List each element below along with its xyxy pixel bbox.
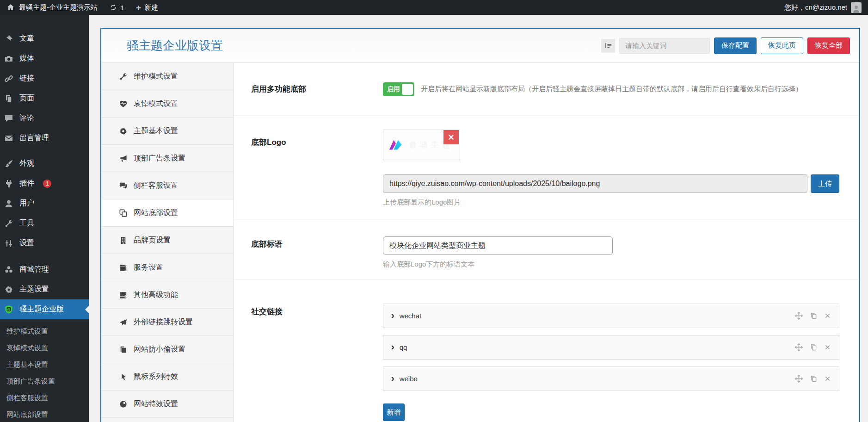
- plus-icon: +: [136, 3, 141, 12]
- form-row-footer-enable: 启用多功能底部 启用 开启后将在网站显示新版底部布局（开启后骚主题会直接屏蔽掉日…: [234, 63, 859, 116]
- restore-page-button[interactable]: 恢复此页: [761, 37, 803, 54]
- updates-icon: [110, 4, 117, 11]
- updates-menu[interactable]: 1: [110, 4, 124, 12]
- add-social-button[interactable]: 新增: [383, 403, 405, 421]
- sliders-icon: [4, 239, 13, 248]
- pages-icon: [4, 94, 13, 103]
- submenu-top-ad[interactable]: 顶部广告条设置: [0, 373, 89, 390]
- avatar[interactable]: [851, 2, 862, 13]
- comment-icon: [4, 114, 13, 123]
- user-icon: [4, 199, 13, 208]
- tab-side-service[interactable]: 侧栏客服设置: [101, 172, 234, 199]
- social-item-wechat[interactable]: › wechat: [383, 304, 839, 328]
- field-label: 底部标语: [234, 219, 383, 279]
- upload-button[interactable]: 上传: [811, 174, 839, 193]
- gear-icon: [4, 285, 13, 294]
- admin-bar: 最骚主题-企业主题演示站 1 + 新建 您好，cn@zizuo.net: [0, 0, 868, 15]
- panel-header: 骚主题企业版设置 保存配置 恢复此页 恢复全部: [101, 29, 859, 63]
- submenu-theme-basic[interactable]: 主题基本设置: [0, 356, 89, 373]
- tab-theme-basic[interactable]: 主题基本设置: [101, 118, 234, 145]
- field-label: 启用多功能底部: [234, 84, 383, 94]
- tab-maintenance[interactable]: 维护模式设置: [101, 63, 234, 90]
- save-config-button[interactable]: 保存配置: [714, 37, 757, 54]
- form-row-social-links: 社交链接 › wechat: [234, 280, 859, 422]
- sidebar-item-posts[interactable]: 文章: [0, 29, 89, 49]
- sidebar-item-pages[interactable]: 页面: [0, 88, 89, 108]
- submenu-side-service[interactable]: 侧栏客服设置: [0, 390, 89, 406]
- tab-mouse-effects[interactable]: 鼠标系列特效: [101, 363, 234, 391]
- field-label: 社交链接: [234, 280, 383, 422]
- field-helper: 上传底部显示的Logo图片: [383, 198, 839, 207]
- sidebar-item-shop[interactable]: 商城管理: [0, 260, 89, 279]
- sidebar-item-links[interactable]: 链接: [0, 68, 89, 88]
- social-item-weibo[interactable]: › weibo: [383, 366, 839, 391]
- user-greeting[interactable]: 您好，cn@zizuo.net: [784, 3, 847, 12]
- close-icon[interactable]: [824, 375, 831, 382]
- move-icon[interactable]: [794, 311, 803, 320]
- new-content-menu[interactable]: + 新建: [136, 3, 158, 12]
- server-icon: [119, 263, 128, 272]
- remove-logo-button[interactable]: [443, 130, 459, 144]
- tab-site-footer[interactable]: 网站底部设置: [101, 199, 234, 227]
- sidebar-item-theme-settings[interactable]: 主题设置: [0, 279, 89, 299]
- tab-brand-page[interactable]: 品牌页设置: [101, 227, 234, 254]
- sidebar-item-messages[interactable]: 留言管理: [0, 128, 89, 148]
- footer-icon: [119, 209, 128, 217]
- site-menu[interactable]: 最骚主题-企业主题演示站: [6, 3, 98, 12]
- logo-preview: 最骚主题: [383, 130, 460, 160]
- sidebar-item-users[interactable]: 用户: [0, 193, 89, 213]
- social-item-qq[interactable]: › qq: [383, 335, 839, 360]
- tab-content: 启用多功能底部 启用 开启后将在网站显示新版底部布局（开启后骚主题会直接屏蔽掉日…: [234, 63, 859, 422]
- building-icon: [119, 236, 128, 245]
- toggle-panels-button[interactable]: [601, 39, 615, 53]
- tab-advanced[interactable]: 其他高级功能: [101, 281, 234, 309]
- collapse-icon: [604, 42, 612, 50]
- field-description: 开启后将在网站显示新版底部布局（开启后骚主题会直接屏蔽掉日主题自带的默认底部，请…: [421, 85, 802, 93]
- field-label: 底部Logo: [234, 116, 383, 219]
- sidebar-item-plugins[interactable]: 插件 1: [0, 174, 89, 193]
- sidebar-item-appearance[interactable]: 外观: [0, 154, 89, 174]
- move-icon[interactable]: [794, 343, 803, 352]
- media-icon: [4, 54, 13, 63]
- duplicate-icon[interactable]: [810, 343, 818, 351]
- tab-site-effects[interactable]: 网站特效设置: [101, 391, 234, 418]
- sidebar-item-sao-theme[interactable]: 商 骚主题企业版: [0, 299, 89, 319]
- form-row-footer-logo: 底部Logo: [234, 116, 859, 219]
- slogan-input[interactable]: [383, 236, 613, 255]
- tab-external-links[interactable]: 外部链接跳转设置: [101, 309, 234, 336]
- move-icon[interactable]: [794, 374, 803, 383]
- close-icon[interactable]: [824, 344, 831, 351]
- duplicate-icon[interactable]: [810, 312, 818, 320]
- main-area: 骚主题企业版设置 保存配置 恢复此页 恢复全部: [89, 15, 868, 422]
- submenu-maintenance[interactable]: 维护模式设置: [0, 323, 89, 340]
- megaphone-icon: [119, 154, 128, 163]
- search-input[interactable]: [619, 38, 710, 54]
- sidebar-item-comments[interactable]: 评论: [0, 108, 89, 128]
- theme-submenu: 维护模式设置 哀悼模式设置 主题基本设置 顶部广告条设置 侧栏客服设置 网站底部…: [0, 319, 89, 422]
- submenu-site-footer[interactable]: 网站底部设置: [0, 406, 89, 422]
- wrench-icon: [4, 219, 13, 228]
- tab-mourning[interactable]: 哀悼模式设置: [101, 90, 234, 118]
- plugin-update-badge: 1: [43, 180, 51, 188]
- sidebar-item-tools[interactable]: 工具: [0, 213, 89, 233]
- tab-anti-theft[interactable]: 网站防小偷设置: [101, 336, 234, 363]
- submenu-mourning[interactable]: 哀悼模式设置: [0, 340, 89, 356]
- svg-text:商: 商: [6, 307, 11, 311]
- heart-icon: [119, 99, 128, 108]
- link-icon: [4, 74, 13, 83]
- copy-icon: [119, 345, 128, 354]
- sidebar-item-media[interactable]: 媒体: [0, 49, 89, 68]
- close-icon[interactable]: [824, 312, 831, 319]
- paper-plane-icon: [119, 318, 128, 327]
- logo-url-input[interactable]: [383, 174, 807, 193]
- footer-enable-toggle[interactable]: 启用: [383, 82, 414, 96]
- wrench-icon: [119, 72, 128, 81]
- tab-services[interactable]: 服务设置: [101, 254, 234, 281]
- sidebar-item-settings[interactable]: 设置: [0, 233, 89, 253]
- duplicate-icon[interactable]: [810, 375, 818, 383]
- server-icon: [119, 291, 128, 299]
- tab-top-ad[interactable]: 顶部广告条设置: [101, 145, 234, 172]
- mail-icon: [4, 134, 13, 143]
- restore-all-button[interactable]: 恢复全部: [807, 37, 850, 54]
- site-title[interactable]: 最骚主题-企业主题演示站: [19, 3, 98, 12]
